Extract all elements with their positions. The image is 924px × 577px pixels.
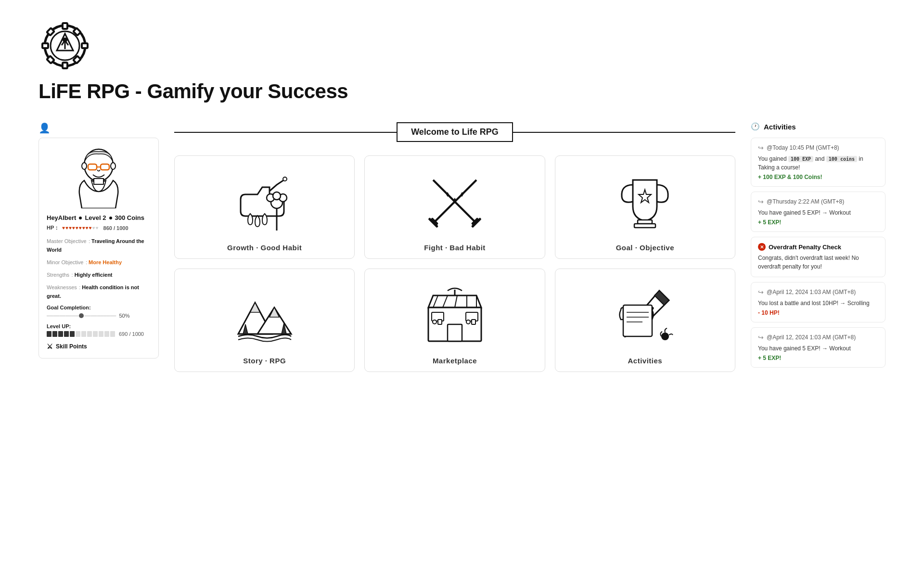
activities-title-text: Activities [764, 123, 796, 131]
progress-dashes-right: —————————— [84, 312, 116, 319]
char-coins: 300 Coins [115, 214, 144, 221]
activity-body-text-1a: You gained [758, 155, 788, 162]
block-11 [104, 331, 109, 337]
app-logo [38, 19, 91, 72]
activity-body-text-1b: and [813, 155, 826, 162]
welcome-lines: Welcome to Life RPG [174, 122, 735, 142]
svg-rect-48 [623, 305, 652, 336]
activity-arrow-1: ↪ [758, 144, 764, 152]
goal-icon [609, 166, 681, 238]
level-bar-blocks: 690 / 1000 [47, 331, 151, 337]
activity-header-1: ↪ @Today 10:45 PM (GMT+8) [758, 144, 878, 152]
activity-arrow-3: ↪ [758, 288, 764, 296]
strengths-value: Highly efficient [75, 272, 113, 278]
activity-tag-coins-1: 100 coins [826, 156, 857, 162]
heart-4: ♥ [72, 225, 75, 231]
card-growth-label: Growth · Good Habit [227, 244, 302, 252]
heart-5: ♥ [76, 225, 78, 231]
svg-rect-4 [82, 43, 88, 48]
skill-points-label: Skill Points [56, 343, 87, 350]
activity-card-2: ↪ @Thursday 2:22 AM (GMT+8) You have gai… [751, 192, 886, 232]
activity-arrow-4: ↪ [758, 333, 764, 341]
svg-point-42 [433, 320, 436, 324]
center-panel: Welcome to Life RPG [174, 122, 735, 372]
char-name-row: HeyAlbert Level 2 300 Coins [47, 214, 151, 221]
hp-value: 860 / 1000 [103, 225, 128, 231]
progress-dashes-left: —————————— [47, 312, 78, 319]
strengths-row: Strengths : Highly efficient [47, 270, 151, 279]
skill-points-icon: ⚔ [47, 343, 53, 350]
level-xp-text: 690 / 1000 [119, 331, 144, 337]
right-panel: 🕐 Activities ↪ @Today 10:45 PM (GMT+8) Y… [751, 122, 886, 372]
card-activities-label: Activities [628, 357, 662, 365]
dot1 [79, 217, 82, 219]
weaknesses-label: Weaknesses [47, 284, 77, 290]
overdraft-icon: ✕ [758, 243, 766, 251]
activity-reward-4: + 5 EXP! [758, 355, 878, 361]
svg-rect-39 [448, 324, 462, 341]
svg-point-16 [82, 163, 87, 169]
strengths-label: Strengths [47, 272, 69, 278]
card-goal-objective[interactable]: Goal · Objective [555, 155, 735, 259]
banner-line-left [174, 132, 397, 133]
overdraft-card: ✕ Overdraft Penalty Check Congrats, didn… [751, 237, 886, 277]
story-icon [229, 279, 301, 351]
hp-label: HP： [47, 224, 59, 231]
card-fight-bad-habit[interactable]: Fight · Bad Habit [364, 155, 545, 259]
activity-body-3: You lost a battle and lost 10HP! → Scrol… [758, 299, 878, 308]
master-objective-row: Master Objective : Traveling Around the … [47, 236, 151, 254]
activities-title: 🕐 Activities [751, 122, 886, 131]
app-title: LiFE RPG - Gamify your Success [38, 80, 348, 103]
banner-line-right [513, 132, 735, 133]
banner-box: Welcome to Life RPG [397, 122, 513, 142]
fight-icon [419, 166, 491, 238]
svg-point-19 [283, 177, 287, 181]
svg-point-24 [273, 192, 281, 200]
heart-1: ♥ [62, 225, 65, 231]
block-7 [81, 331, 86, 337]
block-4 [64, 331, 69, 337]
card-fight-label: Fight · Bad Habit [424, 244, 486, 252]
svg-rect-3 [42, 43, 48, 48]
card-activities[interactable]: Activities [555, 269, 735, 372]
heart-6: ♥ [79, 225, 82, 231]
svg-rect-1 [63, 23, 67, 29]
activity-header-3: ↪ @April 12, 2024 1:03 AM (GMT+8) [758, 288, 878, 296]
char-name: HeyAlbert [47, 214, 76, 221]
svg-point-44 [466, 320, 470, 324]
card-grid: Growth · Good Habit [174, 155, 735, 372]
user-icon: 👤 [38, 122, 159, 134]
activity-body-1: You gained 100 EXP and 100 coins in Taki… [758, 154, 878, 172]
overdraft-body: Congrats, didn't overdraft last week! No… [758, 254, 878, 271]
activity-body-4: You have gained 5 EXP! → Workout [758, 344, 878, 353]
svg-rect-18 [94, 179, 103, 184]
block-5 [70, 331, 75, 337]
svg-rect-43 [438, 320, 442, 324]
hp-row: HP： ♥ ♥ ♥ ♥ ♥ ♥ ♥ ♥ ♥ ♥ ♥ 860 / 1000 [47, 224, 151, 231]
heart-8: ♥ [86, 225, 89, 231]
heart-2: ♥ [65, 225, 68, 231]
left-panel: 👤 [38, 122, 159, 372]
minor-objective-row: Minor Objective : More Healthy [47, 257, 151, 266]
card-growth-good-habit[interactable]: Growth · Good Habit [174, 155, 355, 259]
activity-timestamp-4: @April 12, 2024 1:03 AM (GMT+8) [767, 334, 856, 341]
block-9 [93, 331, 98, 337]
heart-11: ♥ [96, 225, 99, 231]
welcome-banner: Welcome to Life RPG [174, 122, 735, 142]
activity-reward-1: + 100 EXP & 100 Coins! [758, 174, 878, 180]
card-story-rpg[interactable]: Story · RPG [174, 269, 355, 372]
card-marketplace[interactable]: Marketplace [364, 269, 545, 372]
block-1 [47, 331, 51, 337]
heart-9: ♥ [89, 225, 92, 231]
char-level: Level 2 [85, 214, 106, 221]
skill-points-row[interactable]: ⚔ Skill Points [47, 343, 151, 350]
block-3 [58, 331, 63, 337]
character-card: HeyAlbert Level 2 300 Coins HP： ♥ ♥ ♥ ♥ … [38, 138, 159, 359]
activity-timestamp-2: @Thursday 2:22 AM (GMT+8) [767, 198, 844, 205]
overdraft-title: Overdraft Penalty Check [769, 244, 841, 251]
activity-timestamp-1: @Today 10:45 PM (GMT+8) [767, 144, 839, 151]
card-story-label: Story · RPG [243, 357, 286, 365]
card-goal-label: Goal · Objective [616, 244, 674, 252]
master-objective-label: Master Objective [47, 238, 87, 244]
block-10 [99, 331, 103, 337]
